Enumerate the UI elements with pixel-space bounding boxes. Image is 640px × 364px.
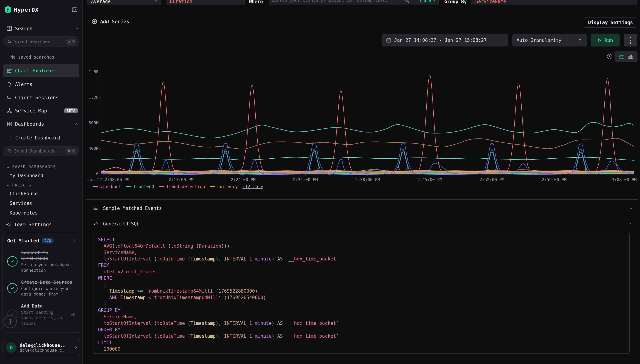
- legend-swatch: [93, 186, 98, 187]
- chart-legend: checkoutfrontendfraud-detectioncurrency+…: [93, 184, 263, 189]
- events-query-field[interactable]: [272, 0, 392, 3]
- group-by-label: Group By: [444, 0, 467, 4]
- sql-line: SELECT: [98, 236, 624, 243]
- field-select[interactable]: Duration: [166, 0, 245, 5]
- get-started-item-connect[interactable]: Connect to ClickHouse Set up your databa…: [7, 250, 76, 273]
- divider: [86, 216, 638, 216]
- help-button[interactable]: ?: [4, 315, 17, 328]
- sidebar-collapse-icon[interactable]: [71, 6, 78, 14]
- sidebar-item-clickhouse[interactable]: ClickHouse: [10, 191, 82, 196]
- task-title: Add Data: [21, 303, 67, 309]
- sidebar-item-dashboards[interactable]: Dashboards: [0, 120, 82, 127]
- where-label: Where: [249, 0, 263, 4]
- sql-line: ServiceName,: [98, 314, 624, 320]
- sidebar-item-services[interactable]: Services: [10, 200, 82, 206]
- sidebar-item-label: Team Settings: [14, 222, 52, 227]
- check-circle-icon: [7, 283, 18, 294]
- add-series-button[interactable]: Add Series: [92, 18, 129, 24]
- section-title: Sample Matched Events: [103, 206, 162, 211]
- avatar: D: [6, 342, 17, 353]
- user-menu[interactable]: D dale@clickhouse.… dale@clickhouse.c…: [3, 339, 80, 356]
- granularity-select[interactable]: Auto Granularity: [512, 34, 587, 46]
- saved-searches-input[interactable]: ⌘ K: [3, 36, 80, 47]
- arrow-right-icon: [70, 312, 76, 317]
- saved-dashboards-field[interactable]: [14, 148, 66, 154]
- query-language-toggle[interactable]: SQL | Lucene: [404, 0, 435, 4]
- search-events-input[interactable]: SQL | Lucene: [269, 0, 439, 5]
- sidebar-item-team-settings[interactable]: Team Settings: [0, 221, 82, 228]
- run-button[interactable]: Run: [591, 34, 619, 46]
- get-started-item-sources[interactable]: Create Data Sources Configure where your…: [7, 279, 76, 297]
- chevron-down-icon: [7, 184, 9, 186]
- section-label: SAVED DASHBOARDS: [12, 164, 56, 169]
- no-saved-searches-text: No saved searches: [10, 55, 82, 60]
- field-value: Duration: [170, 0, 192, 4]
- legend-label: currency: [217, 184, 238, 189]
- aggregation-value: Average: [91, 0, 111, 4]
- series-wavy-brown: [101, 138, 634, 149]
- aggregation-select[interactable]: Average: [87, 0, 161, 5]
- more-options-button[interactable]: [624, 34, 637, 46]
- group-by-value: ServiceName: [475, 0, 506, 4]
- get-started-item-add-data[interactable]: 3 Add Data Start sending logs, metrics, …: [7, 303, 76, 326]
- legend-item-frontend[interactable]: frontend: [126, 184, 154, 189]
- line-chart-icon[interactable]: [618, 53, 624, 60]
- up-down-icon: [578, 38, 582, 42]
- legend-label: fraud-detection: [166, 184, 205, 189]
- get-started-progress-badge: 2/3: [42, 238, 54, 244]
- search-icon: [7, 148, 12, 154]
- x-tick-label: 2:52:00 PM: [479, 177, 504, 182]
- sidebar-item-chart-explorer[interactable]: Chart Explorer: [3, 64, 80, 77]
- bar-chart-icon[interactable]: [628, 53, 634, 60]
- get-started-title: Get Started: [7, 238, 39, 244]
- dashboards-grid-icon: [7, 121, 15, 127]
- plus-circle-icon: [92, 18, 97, 24]
- section-title: Generated SQL: [103, 221, 140, 226]
- sidebar-item-kubernetes[interactable]: Kubernetes: [10, 210, 82, 216]
- saved-dashboards-input[interactable]: ⌘ K: [3, 146, 80, 156]
- generated-sql-header[interactable]: Generated SQL: [93, 220, 637, 228]
- task-description: Configure where your data comes from: [21, 286, 76, 297]
- sidebar-item-search[interactable]: Search: [0, 25, 82, 32]
- sidebar-item-label: Search: [15, 26, 33, 31]
- chevron-down-icon: [630, 207, 632, 210]
- x-tick-label: 3:08:00 PM: [612, 177, 636, 182]
- presets-section[interactable]: PRESETS: [7, 183, 82, 187]
- date-range-picker[interactable]: Jan 27 14:08:27 - Jan 27 15:08:27: [382, 34, 508, 46]
- timeseries-chart[interactable]: 1.6B1.2B800M400M0 Jan 27 2:08:00 PM2:17:…: [101, 72, 634, 176]
- legend-more-link[interactable]: +12 more: [243, 184, 263, 189]
- chart-canvas[interactable]: [101, 72, 634, 176]
- series-fraud-detection: [101, 75, 634, 174]
- laptop-icon: [7, 94, 15, 100]
- x-tick-label: 2:31:00 PM: [293, 177, 318, 182]
- sql-line: Timestamp >= fromUnixTimestamp64Milli (1…: [98, 288, 624, 294]
- legend-item-currency[interactable]: currency: [210, 184, 238, 189]
- bell-icon: [7, 81, 15, 87]
- x-tick-label: 2:45:00 PM: [417, 177, 442, 182]
- y-tick-label: 800M: [81, 120, 99, 125]
- saved-dashboards-section[interactable]: SAVED DASHBOARDS: [7, 164, 82, 169]
- lucene-toggle-label[interactable]: Lucene: [420, 0, 435, 4]
- divider: [86, 12, 638, 12]
- chevron-up-icon[interactable]: [76, 28, 78, 30]
- group-by-select[interactable]: ServiceName: [471, 0, 637, 5]
- sidebar-item-service-map[interactable]: Service Map BETA: [0, 107, 82, 114]
- chevron-up-icon[interactable]: [73, 240, 76, 242]
- time-history-icon[interactable]: [606, 53, 613, 60]
- create-dashboard-button[interactable]: + Create Dashboard: [10, 135, 82, 140]
- chevron-up-icon[interactable]: [76, 123, 78, 126]
- legend-item-checkout[interactable]: checkout: [93, 184, 121, 189]
- sidebar-item-my-dashboard[interactable]: My Dashboard: [10, 173, 82, 178]
- divider: [86, 360, 638, 360]
- legend-swatch: [126, 186, 131, 187]
- sidebar-item-alerts[interactable]: Alerts: [0, 81, 82, 88]
- saved-searches-field[interactable]: [14, 39, 66, 44]
- series-currency: [101, 171, 634, 172]
- task-description: Start sending logs, metrics, or traces: [21, 310, 67, 326]
- sql-toggle-label[interactable]: SQL: [404, 0, 412, 4]
- sql-line: FROM: [98, 262, 624, 268]
- sample-matched-events-header[interactable]: Sample Matched Events: [93, 204, 637, 212]
- display-settings-button[interactable]: Display Settings: [584, 18, 637, 28]
- legend-item-fraud-detection[interactable]: fraud-detection: [159, 184, 205, 189]
- sidebar-item-client-sessions[interactable]: Client Sessions: [0, 94, 82, 101]
